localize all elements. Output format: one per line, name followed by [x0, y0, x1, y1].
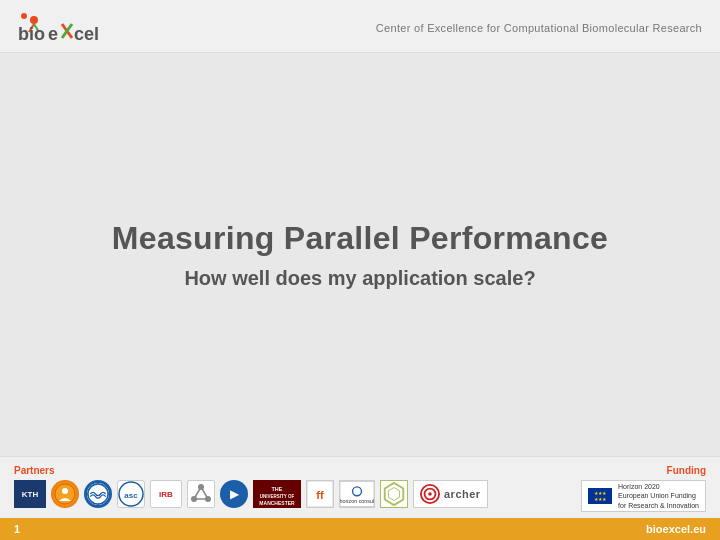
svg-point-10: [62, 488, 68, 494]
svg-point-33: [428, 492, 432, 496]
main-content: Measuring Parallel Performance How well …: [0, 53, 720, 456]
partner-molecule-logo: [187, 480, 215, 508]
partner-kth-logo: KTH: [14, 480, 46, 508]
footer-page-number: 1: [14, 523, 20, 535]
svg-text:cel: cel: [74, 24, 99, 44]
partner-archer-logo: archer: [413, 480, 488, 508]
partner-manchester-logo: THE UNIVERSITY OF MANCHESTER: [253, 480, 301, 508]
main-subtitle: How well does my application scale?: [184, 267, 535, 290]
partner-wavy-logo: [84, 480, 112, 508]
funding-text: Horizon 2020 European Union Funding for …: [618, 482, 699, 509]
archer-text-label: archer: [444, 488, 481, 500]
footer-bar: 1 bioexcel.eu: [0, 518, 720, 540]
partners-label: Partners: [14, 465, 488, 476]
partner-ff-logo: ff: [306, 480, 334, 508]
header-tagline: Center of Excellence for Computational B…: [376, 22, 702, 34]
partners-logos: KTH: [14, 480, 488, 508]
partner-cih-logo: cih horizon consulting: [339, 480, 375, 508]
partner-hex-logo: [380, 480, 408, 508]
svg-line-17: [194, 487, 201, 499]
svg-point-0: [21, 13, 27, 19]
archer-target-icon: [420, 484, 440, 504]
funding-label: Funding: [667, 465, 706, 476]
svg-text:UNIVERSITY OF: UNIVERSITY OF: [260, 494, 295, 499]
partner-orange-logo: [51, 480, 79, 508]
svg-text:bio: bio: [18, 24, 45, 44]
svg-text:★★★: ★★★: [594, 496, 607, 502]
partner-asc-logo: asc: [117, 480, 145, 508]
svg-marker-29: [385, 483, 404, 505]
svg-text:asc: asc: [124, 491, 138, 500]
svg-text:MANCHESTER: MANCHESTER: [259, 500, 295, 506]
partner-irb-logo: IRB: [150, 480, 182, 508]
main-title: Measuring Parallel Performance: [112, 220, 608, 257]
bottom-section: Partners KTH: [0, 456, 720, 518]
svg-text:THE: THE: [272, 486, 283, 492]
partner-nav-logo: ▶: [220, 480, 248, 508]
svg-text:ff: ff: [316, 489, 324, 501]
bioexcel-logo: bio e cel: [14, 10, 104, 46]
funding-area: Funding ★★★ ★★★ Horizon 2020 European Un…: [581, 465, 706, 512]
header: bio e cel Center of Excellence for Compu…: [0, 0, 720, 53]
eu-flag-icon: ★★★ ★★★: [588, 488, 612, 504]
svg-text:cih horizon consulting: cih horizon consulting: [340, 498, 374, 504]
svg-line-18: [201, 487, 208, 499]
partners-funding-row: Partners KTH: [14, 465, 706, 512]
partners-area: Partners KTH: [14, 465, 488, 508]
footer-url: bioexcel.eu: [646, 523, 706, 535]
svg-point-1: [30, 16, 38, 24]
logo-area: bio e cel: [14, 10, 104, 46]
funding-logo: ★★★ ★★★ Horizon 2020 European Union Fund…: [581, 480, 706, 512]
slide: bio e cel Center of Excellence for Compu…: [0, 0, 720, 540]
svg-text:e: e: [48, 24, 58, 44]
